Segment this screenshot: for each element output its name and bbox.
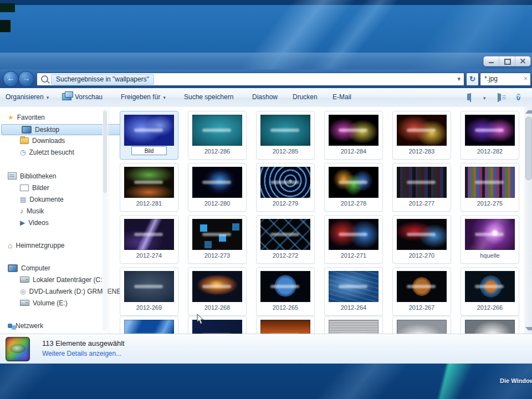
- file-label: 2012-278: [325, 200, 382, 207]
- file-tile[interactable]: 2012-284: [324, 111, 383, 160]
- scroll-down-arrow[interactable]: [525, 327, 532, 330]
- file-tile[interactable]: [120, 316, 178, 334]
- sidebar-group-homegroup[interactable]: ⌂Heimnetzgruppe: [0, 241, 110, 251]
- search-box[interactable]: *.jpg ×: [480, 73, 531, 86]
- file-label: 2012-269: [120, 304, 178, 311]
- network-icon: [8, 324, 12, 328]
- file-tile[interactable]: 2012-267: [392, 267, 451, 316]
- wallpaper-thumbnail: [465, 219, 515, 250]
- file-tile[interactable]: 2012-269: [120, 267, 178, 316]
- sidebar-scrollbar[interactable]: [103, 109, 108, 331]
- file-tile[interactable]: 2012-265: [256, 267, 315, 316]
- sidebar-group-favorites[interactable]: ★Favoriten: [0, 112, 110, 123]
- change-view-button[interactable]: [498, 94, 499, 101]
- file-tile[interactable]: 2012-279: [256, 163, 315, 212]
- wallpaper-thumbnail: [329, 115, 378, 146]
- wallpaper-thumbnail: [124, 271, 174, 302]
- downloads-folder-icon: [20, 137, 29, 144]
- save-search-button[interactable]: Suche speichern: [184, 93, 233, 101]
- wallpaper-thumbnail: [465, 320, 515, 334]
- file-tile[interactable]: 2012-273: [188, 215, 247, 264]
- preview-pane-icon: [470, 93, 471, 102]
- file-tile[interactable]: 2012-278: [324, 163, 383, 212]
- share-button[interactable]: Freigeben für▾: [121, 93, 166, 101]
- file-tile[interactable]: 2012-280: [188, 163, 247, 212]
- wallpaper-thumbnail: [397, 167, 447, 198]
- wallpaper-thumbnail: [124, 320, 174, 334]
- sidebar-group-network[interactable]: Netzwerk: [0, 321, 110, 331]
- help-button[interactable]: ?: [516, 93, 520, 101]
- address-bar[interactable]: Suchergebnisse in "wallpapers" ▾: [37, 73, 464, 86]
- vertical-scrollbar[interactable]: [524, 107, 532, 334]
- rename-input[interactable]: [131, 146, 167, 155]
- breadcrumb[interactable]: Suchergebnisse in "wallpapers": [51, 74, 154, 85]
- command-toolbar: Organisieren▾ Vorschau Freigeben für▾ Su…: [0, 88, 532, 108]
- maximize-button[interactable]: [499, 57, 515, 66]
- chevron-down-icon[interactable]: ▾: [483, 95, 486, 101]
- show-details-link[interactable]: Weitere Details anzeigen...: [42, 350, 121, 357]
- wallpaper-thumbnail: [192, 167, 242, 198]
- preview-pane-button[interactable]: [470, 94, 471, 101]
- hard-drive-icon: [20, 277, 29, 283]
- file-label: 2012-271: [325, 252, 382, 259]
- chevron-down-icon[interactable]: ▾: [457, 75, 461, 83]
- chevron-down-icon: ▾: [163, 95, 166, 100]
- file-tile[interactable]: 2012-283: [392, 111, 451, 160]
- file-tile[interactable]: [120, 111, 178, 160]
- selection-thumbnail-icon: [6, 337, 30, 361]
- print-button[interactable]: Drucken: [293, 93, 318, 101]
- scroll-up-arrow[interactable]: [525, 110, 532, 114]
- clear-search-icon[interactable]: ×: [524, 75, 528, 83]
- close-button[interactable]: [515, 57, 530, 66]
- file-tile[interactable]: 2012-272: [256, 215, 315, 264]
- file-tile[interactable]: 2012-264: [324, 267, 383, 316]
- wallpaper-band: [0, 0, 532, 5]
- dvd-icon: ◎: [20, 288, 25, 295]
- scrollbar-thumb[interactable]: [103, 111, 107, 193]
- wallpaper-thumbnail: [465, 167, 515, 198]
- file-tile[interactable]: 2012-271: [324, 215, 383, 264]
- wallpaper-thumbnail: [192, 219, 242, 250]
- file-tile[interactable]: 2012-285: [256, 111, 315, 160]
- file-label: hquelle: [461, 252, 519, 259]
- file-tile[interactable]: 2012-274: [120, 215, 178, 264]
- star-icon: ★: [8, 114, 14, 121]
- preview-button[interactable]: Vorschau: [62, 93, 103, 101]
- selection-count: 113 Elemente ausgewählt: [42, 339, 125, 347]
- file-tile[interactable]: [461, 316, 519, 334]
- file-tile[interactable]: hquelle: [461, 215, 519, 264]
- wallpaper-thumbnail: [260, 167, 310, 198]
- back-button[interactable]: ←: [3, 71, 19, 87]
- video-artifact: [0, 3, 15, 12]
- file-tile[interactable]: [256, 316, 315, 334]
- file-label: 2012-282: [461, 148, 519, 155]
- file-tile[interactable]: 2012-282: [461, 111, 519, 160]
- refresh-button[interactable]: ↻: [466, 73, 479, 86]
- scrollbar-thumb[interactable]: [525, 117, 532, 180]
- sidebar-group-libraries[interactable]: Bibliotheken: [0, 171, 110, 182]
- file-tile[interactable]: 2012-281: [120, 163, 178, 212]
- slideshow-button[interactable]: Diashow: [252, 93, 278, 101]
- file-tile[interactable]: 2012-268: [188, 267, 247, 316]
- file-tile[interactable]: 2012-277: [392, 163, 451, 212]
- file-tile[interactable]: 2012-286: [188, 111, 247, 160]
- forward-button[interactable]: →: [18, 71, 34, 87]
- file-label: 2012-281: [120, 200, 178, 207]
- wallpaper-thumbnail: [329, 271, 378, 302]
- organize-button[interactable]: Organisieren▾: [6, 93, 49, 101]
- file-tile[interactable]: 2012-266: [461, 267, 519, 316]
- wallpaper-thumbnail: [397, 219, 447, 250]
- file-label: 2012-275: [461, 200, 519, 207]
- minimize-button[interactable]: [484, 57, 499, 66]
- file-tile[interactable]: 2012-270: [392, 215, 451, 264]
- file-label: 2012-285: [257, 148, 314, 155]
- file-label: 2012-268: [188, 304, 246, 311]
- file-tile[interactable]: [324, 316, 383, 334]
- file-tile[interactable]: [392, 316, 451, 334]
- file-tile[interactable]: 2012-275: [461, 163, 519, 212]
- wallpaper-thumbnail: [260, 271, 310, 302]
- window-titlebar[interactable]: [0, 53, 532, 69]
- search-query[interactable]: *.jpg: [484, 75, 498, 83]
- sidebar-group-computer[interactable]: Computer: [0, 263, 110, 274]
- email-button[interactable]: E-Mail: [332, 93, 351, 101]
